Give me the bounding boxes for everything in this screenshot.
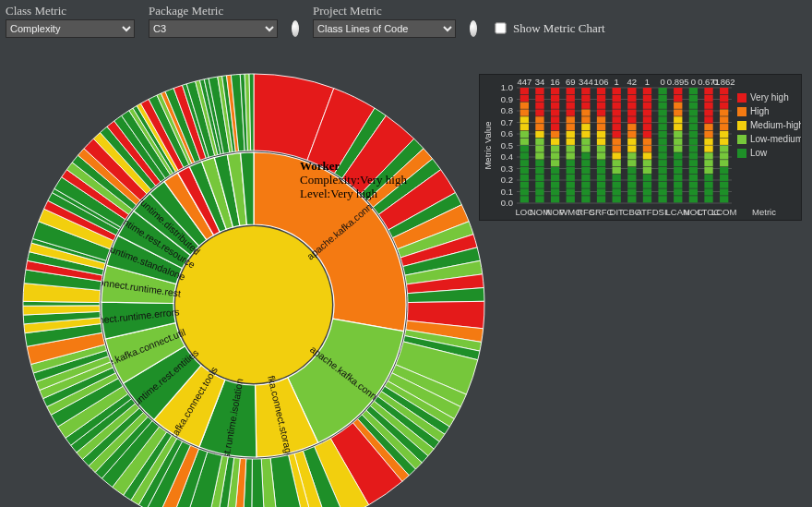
metric-bar-seg[interactable] [520,175,529,181]
metric-bar-seg[interactable] [720,175,728,181]
metric-bar-seg[interactable] [535,131,543,138]
metric-bar-seg[interactable] [520,188,529,195]
metric-bar-seg[interactable] [597,196,605,202]
slider-handle-2[interactable] [470,20,477,37]
metric-bar-seg[interactable] [581,152,590,159]
metric-bar-seg[interactable] [704,109,712,115]
metric-bar-seg[interactable] [643,88,651,94]
metric-bar-seg[interactable] [520,139,529,145]
metric-bar-seg[interactable] [658,131,666,138]
metric-bar-seg[interactable] [581,131,590,138]
metric-bar-seg[interactable] [643,182,651,188]
metric-bar-seg[interactable] [627,182,636,188]
metric-bar-seg[interactable] [535,196,543,202]
metric-bar-seg[interactable] [720,139,728,145]
metric-bar-seg[interactable] [689,146,698,152]
metric-bar-seg[interactable] [535,175,543,181]
metric-bar-seg[interactable] [689,124,698,130]
metric-bar-seg[interactable] [689,196,698,202]
metric-bar-seg[interactable] [567,139,575,145]
metric-bar-seg[interactable] [567,175,575,181]
metric-bar-seg[interactable] [551,95,559,102]
metric-bar-seg[interactable] [613,124,621,130]
metric-bar-seg[interactable] [674,182,682,188]
metric-bar-seg[interactable] [689,116,698,123]
metric-bar-seg[interactable] [643,152,651,159]
metric-bar-seg[interactable] [613,116,621,123]
metric-bar-seg[interactable] [704,182,712,188]
metric-bar-seg[interactable] [520,116,529,123]
metric-bar-seg[interactable] [567,182,575,188]
metric-bar-seg[interactable] [643,95,651,102]
metric-bar-seg[interactable] [520,88,529,94]
metric-bar-seg[interactable] [567,116,575,123]
metric-bar-seg[interactable] [581,146,590,152]
metric-bar-seg[interactable] [597,116,605,123]
metric-bar-seg[interactable] [658,88,666,94]
metric-bar-seg[interactable] [613,109,621,115]
metric-bar-seg[interactable] [720,160,728,166]
metric-bar-seg[interactable] [674,175,682,181]
slider-handle-1[interactable] [292,20,299,37]
metric-bar-seg[interactable] [535,139,543,145]
metric-bar-seg[interactable] [704,167,712,174]
metric-bar-seg[interactable] [643,167,651,174]
metric-bar-seg[interactable] [535,95,543,102]
metric-bar-seg[interactable] [551,152,559,159]
metric-bar-seg[interactable] [674,116,682,123]
metric-bar-seg[interactable] [643,160,651,166]
metric-bar-seg[interactable] [627,116,636,123]
metric-bar-seg[interactable] [674,131,682,138]
metric-bar-seg[interactable] [567,196,575,202]
metric-bar-seg[interactable] [597,139,605,145]
metric-bar-seg[interactable] [689,109,698,115]
metric-bar-seg[interactable] [704,146,712,152]
metric-bar-seg[interactable] [581,95,590,102]
metric-bar-seg[interactable] [581,182,590,188]
metric-bar-seg[interactable] [627,167,636,174]
metric-bar-seg[interactable] [567,146,575,152]
metric-bar-seg[interactable] [720,109,728,115]
sunburst-chart[interactable]: apache.kafka.conneapache.kafka.connefka.… [0,42,498,507]
metric-bar-seg[interactable] [658,139,666,145]
metric-bar-seg[interactable] [720,95,728,102]
metric-bar-seg[interactable] [689,188,698,195]
metric-bar-seg[interactable] [704,88,712,94]
metric-bar-seg[interactable] [520,152,529,159]
metric-bar-seg[interactable] [551,139,559,145]
metric-bar-seg[interactable] [551,103,559,109]
metric-bar-seg[interactable] [658,175,666,181]
metric-bar-seg[interactable] [613,139,621,145]
metric-bar-seg[interactable] [720,182,728,188]
metric-bar-seg[interactable] [597,131,605,138]
metric-bar-seg[interactable] [581,160,590,166]
metric-bar-seg[interactable] [567,103,575,109]
metric-bar-seg[interactable] [720,146,728,152]
metric-bar-seg[interactable] [613,182,621,188]
metric-bar-seg[interactable] [704,131,712,138]
metric-bar-seg[interactable] [627,109,636,115]
metric-bar-seg[interactable] [674,124,682,130]
metric-bar-seg[interactable] [567,160,575,166]
metric-bar-seg[interactable] [643,146,651,152]
metric-bar-seg[interactable] [704,152,712,159]
metric-bar-seg[interactable] [535,188,543,195]
metric-bar-seg[interactable] [535,124,543,130]
metric-bar-seg[interactable] [720,103,728,109]
metric-bar-seg[interactable] [643,175,651,181]
metric-bar-seg[interactable] [567,167,575,174]
metric-bar-seg[interactable] [674,95,682,102]
metric-bar-seg[interactable] [551,146,559,152]
metric-bar-seg[interactable] [520,124,529,130]
metric-bar-seg[interactable] [720,88,728,94]
metric-bar-seg[interactable] [658,95,666,102]
metric-bar-seg[interactable] [567,95,575,102]
metric-bar-seg[interactable] [551,188,559,195]
metric-bar-seg[interactable] [613,196,621,202]
metric-bar-seg[interactable] [627,146,636,152]
metric-bar-seg[interactable] [627,131,636,138]
metric-bar-seg[interactable] [689,103,698,109]
metric-bar-seg[interactable] [627,124,636,130]
metric-bar-seg[interactable] [658,182,666,188]
metric-bar-seg[interactable] [567,109,575,115]
